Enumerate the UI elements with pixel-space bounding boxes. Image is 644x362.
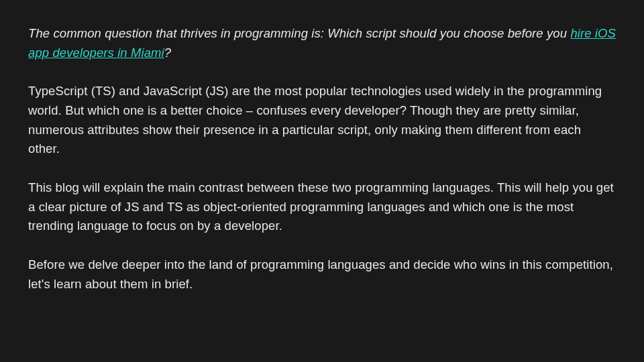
intro-text-post: ? [164, 46, 171, 60]
body-paragraph-2: This blog will explain the main contrast… [28, 178, 616, 236]
intro-text-pre: The common question that thrives in prog… [28, 26, 570, 40]
intro-paragraph: The common question that thrives in prog… [28, 24, 616, 62]
body-paragraph-3: Before we delve deeper into the land of … [28, 255, 616, 294]
body-paragraph-1: TypeScript (TS) and JavaScript (JS) are … [28, 82, 616, 159]
article-body: The common question that thrives in prog… [28, 24, 616, 294]
